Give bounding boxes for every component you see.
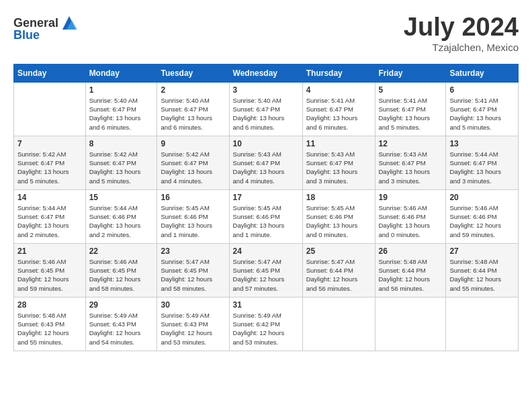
- page-header: General Blue July 2024 Tzajalchen, Mexic…: [13, 13, 519, 53]
- title-block: July 2024 Tzajalchen, Mexico: [404, 13, 519, 53]
- day-info: Sunrise: 5:46 AM Sunset: 6:46 PM Dayligh…: [449, 203, 515, 239]
- day-info: Sunrise: 5:48 AM Sunset: 6:43 PM Dayligh…: [17, 311, 82, 347]
- calendar-cell: 25Sunrise: 5:47 AM Sunset: 6:44 PM Dayli…: [302, 243, 375, 297]
- week-row-2: 7Sunrise: 5:42 AM Sunset: 6:47 PM Daylig…: [14, 136, 519, 189]
- day-info: Sunrise: 5:48 AM Sunset: 6:44 PM Dayligh…: [379, 257, 443, 293]
- calendar-cell: [375, 297, 446, 351]
- calendar-cell: 20Sunrise: 5:46 AM Sunset: 6:46 PM Dayli…: [446, 189, 519, 243]
- day-info: Sunrise: 5:49 AM Sunset: 6:42 PM Dayligh…: [233, 311, 299, 347]
- day-info: Sunrise: 5:49 AM Sunset: 6:43 PM Dayligh…: [89, 311, 154, 347]
- calendar-cell: 10Sunrise: 5:43 AM Sunset: 6:47 PM Dayli…: [229, 136, 302, 189]
- calendar-cell: 27Sunrise: 5:48 AM Sunset: 6:44 PM Dayli…: [446, 243, 519, 297]
- day-number: 12: [379, 139, 443, 148]
- calendar-cell: 14Sunrise: 5:44 AM Sunset: 6:47 PM Dayli…: [14, 189, 86, 243]
- location-title: Tzajalchen, Mexico: [404, 42, 519, 53]
- day-number: 11: [306, 139, 371, 148]
- day-info: Sunrise: 5:44 AM Sunset: 6:46 PM Dayligh…: [89, 203, 154, 239]
- day-number: 4: [306, 85, 371, 95]
- day-info: Sunrise: 5:49 AM Sunset: 6:43 PM Dayligh…: [161, 311, 225, 347]
- day-info: Sunrise: 5:43 AM Sunset: 6:47 PM Dayligh…: [306, 150, 371, 185]
- day-info: Sunrise: 5:45 AM Sunset: 6:46 PM Dayligh…: [306, 203, 371, 239]
- calendar-cell: 2Sunrise: 5:40 AM Sunset: 6:47 PM Daylig…: [157, 82, 229, 136]
- day-number: 16: [161, 193, 225, 202]
- day-number: 20: [449, 193, 515, 202]
- day-number: 24: [233, 246, 299, 256]
- calendar-cell: 30Sunrise: 5:49 AM Sunset: 6:43 PM Dayli…: [157, 297, 229, 351]
- logo-blue: Blue: [13, 28, 40, 42]
- day-number: 23: [161, 246, 225, 256]
- day-number: 2: [161, 85, 225, 95]
- day-number: 31: [233, 300, 299, 310]
- calendar-table: SundayMondayTuesdayWednesdayThursdayFrid…: [13, 64, 519, 351]
- calendar-cell: 5Sunrise: 5:41 AM Sunset: 6:47 PM Daylig…: [375, 82, 446, 136]
- calendar-header-row: SundayMondayTuesdayWednesdayThursdayFrid…: [14, 64, 519, 82]
- calendar-cell: 23Sunrise: 5:47 AM Sunset: 6:45 PM Dayli…: [157, 243, 229, 297]
- day-number: 15: [89, 193, 154, 202]
- day-number: 8: [89, 139, 154, 148]
- day-number: 10: [233, 139, 299, 148]
- day-number: 27: [449, 246, 515, 256]
- day-info: Sunrise: 5:45 AM Sunset: 6:46 PM Dayligh…: [161, 203, 225, 239]
- calendar-cell: 9Sunrise: 5:42 AM Sunset: 6:47 PM Daylig…: [157, 136, 229, 189]
- calendar-cell: 29Sunrise: 5:49 AM Sunset: 6:43 PM Dayli…: [85, 297, 157, 351]
- day-info: Sunrise: 5:46 AM Sunset: 6:46 PM Dayligh…: [379, 203, 443, 239]
- column-header-sunday: Sunday: [14, 64, 86, 82]
- calendar-cell: 16Sunrise: 5:45 AM Sunset: 6:46 PM Dayli…: [157, 189, 229, 243]
- calendar-cell: [446, 297, 519, 351]
- calendar-cell: 4Sunrise: 5:41 AM Sunset: 6:47 PM Daylig…: [302, 82, 375, 136]
- day-number: 30: [161, 300, 225, 310]
- week-row-4: 21Sunrise: 5:46 AM Sunset: 6:45 PM Dayli…: [14, 243, 519, 297]
- day-number: 5: [379, 85, 443, 95]
- column-header-wednesday: Wednesday: [229, 64, 302, 82]
- calendar-cell: 3Sunrise: 5:40 AM Sunset: 6:47 PM Daylig…: [229, 82, 302, 136]
- day-info: Sunrise: 5:43 AM Sunset: 6:47 PM Dayligh…: [379, 150, 443, 185]
- week-row-5: 28Sunrise: 5:48 AM Sunset: 6:43 PM Dayli…: [14, 297, 519, 351]
- day-number: 28: [17, 300, 82, 310]
- week-row-1: 1Sunrise: 5:40 AM Sunset: 6:47 PM Daylig…: [14, 82, 519, 136]
- day-info: Sunrise: 5:42 AM Sunset: 6:47 PM Dayligh…: [17, 150, 82, 185]
- calendar-cell: 15Sunrise: 5:44 AM Sunset: 6:46 PM Dayli…: [85, 189, 157, 243]
- logo: General Blue: [13, 13, 79, 42]
- column-header-saturday: Saturday: [446, 64, 519, 82]
- column-header-friday: Friday: [375, 64, 446, 82]
- calendar-cell: 18Sunrise: 5:45 AM Sunset: 6:46 PM Dayli…: [302, 189, 375, 243]
- day-info: Sunrise: 5:48 AM Sunset: 6:44 PM Dayligh…: [449, 257, 515, 293]
- day-info: Sunrise: 5:47 AM Sunset: 6:44 PM Dayligh…: [306, 257, 371, 293]
- day-info: Sunrise: 5:47 AM Sunset: 6:45 PM Dayligh…: [233, 257, 299, 293]
- column-header-thursday: Thursday: [302, 64, 375, 82]
- day-info: Sunrise: 5:44 AM Sunset: 6:47 PM Dayligh…: [449, 150, 515, 185]
- calendar-cell: 26Sunrise: 5:48 AM Sunset: 6:44 PM Dayli…: [375, 243, 446, 297]
- calendar-cell: 24Sunrise: 5:47 AM Sunset: 6:45 PM Dayli…: [229, 243, 302, 297]
- day-info: Sunrise: 5:46 AM Sunset: 6:45 PM Dayligh…: [17, 257, 82, 293]
- day-info: Sunrise: 5:45 AM Sunset: 6:46 PM Dayligh…: [233, 203, 299, 239]
- calendar-cell: 6Sunrise: 5:41 AM Sunset: 6:47 PM Daylig…: [446, 82, 519, 136]
- calendar-cell: 28Sunrise: 5:48 AM Sunset: 6:43 PM Dayli…: [14, 297, 86, 351]
- day-number: 29: [89, 300, 154, 310]
- day-number: 3: [233, 85, 299, 95]
- day-number: 26: [379, 246, 443, 256]
- week-row-3: 14Sunrise: 5:44 AM Sunset: 6:47 PM Dayli…: [14, 189, 519, 243]
- day-number: 21: [17, 246, 82, 256]
- calendar-cell: 21Sunrise: 5:46 AM Sunset: 6:45 PM Dayli…: [14, 243, 86, 297]
- calendar-cell: 7Sunrise: 5:42 AM Sunset: 6:47 PM Daylig…: [14, 136, 86, 189]
- calendar-cell: 13Sunrise: 5:44 AM Sunset: 6:47 PM Dayli…: [446, 136, 519, 189]
- calendar-cell: 31Sunrise: 5:49 AM Sunset: 6:42 PM Dayli…: [229, 297, 302, 351]
- calendar-cell: 12Sunrise: 5:43 AM Sunset: 6:47 PM Dayli…: [375, 136, 446, 189]
- month-title: July 2024: [404, 13, 519, 42]
- calendar-cell: 17Sunrise: 5:45 AM Sunset: 6:46 PM Dayli…: [229, 189, 302, 243]
- calendar-cell: 19Sunrise: 5:46 AM Sunset: 6:46 PM Dayli…: [375, 189, 446, 243]
- calendar-cell: 22Sunrise: 5:46 AM Sunset: 6:45 PM Dayli…: [85, 243, 157, 297]
- calendar-cell: 8Sunrise: 5:42 AM Sunset: 6:47 PM Daylig…: [85, 136, 157, 189]
- day-number: 18: [306, 193, 371, 202]
- day-info: Sunrise: 5:42 AM Sunset: 6:47 PM Dayligh…: [161, 150, 225, 185]
- column-header-monday: Monday: [85, 64, 157, 82]
- day-info: Sunrise: 5:41 AM Sunset: 6:47 PM Dayligh…: [379, 96, 443, 132]
- calendar-cell: [14, 82, 86, 136]
- day-number: 1: [89, 85, 154, 95]
- day-number: 14: [17, 193, 82, 202]
- day-info: Sunrise: 5:40 AM Sunset: 6:47 PM Dayligh…: [89, 96, 154, 132]
- day-info: Sunrise: 5:43 AM Sunset: 6:47 PM Dayligh…: [233, 150, 299, 185]
- day-number: 22: [89, 246, 154, 256]
- day-info: Sunrise: 5:42 AM Sunset: 6:47 PM Dayligh…: [89, 150, 154, 185]
- day-info: Sunrise: 5:41 AM Sunset: 6:47 PM Dayligh…: [449, 96, 515, 132]
